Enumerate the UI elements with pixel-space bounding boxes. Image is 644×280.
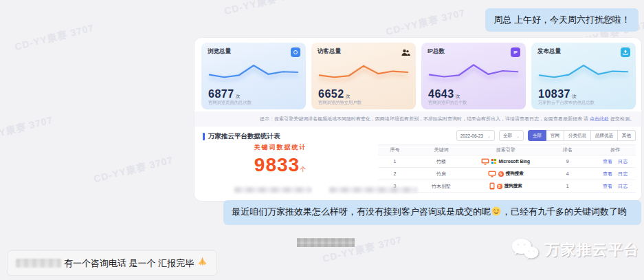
engine-name: 搜狗搜索: [506, 171, 524, 177]
log-link[interactable]: 日志: [618, 183, 628, 190]
chat-bubble-question: 最近咱们万家推效果怎么样呀，有没有接到客户咨询或是成交的呢，已经有九千多的关键词…: [223, 200, 641, 225]
col-header: 关键词: [412, 147, 471, 153]
reply-text: 有一个咨询电话 是一个 汇报完毕: [64, 257, 194, 270]
section-title: 万家推云平台数据统计表: [208, 132, 280, 141]
watermark: CD-YY康赛 3707: [93, 154, 175, 186]
sparkline-chart: [210, 57, 298, 86]
keyword-total-block: 关键词数据统计 9833个: [215, 143, 346, 176]
censored-text-box: [297, 238, 355, 247]
col-header: 搜索引擎: [471, 147, 540, 153]
section-accent-bar: [203, 133, 205, 140]
row-keyword: 竹房: [412, 171, 471, 177]
desktop-device-icon: [488, 171, 496, 177]
filter-button-group: 全部 官网 分类信息 品牌优选 其他: [528, 130, 636, 141]
log-link[interactable]: 日志: [618, 171, 628, 177]
smile-blush-emoji: [491, 206, 501, 219]
row-keyword: 竹楼: [412, 158, 471, 165]
row-rank: 1: [540, 184, 595, 189]
filter-button-brand[interactable]: 品牌优选: [591, 130, 618, 141]
view-link[interactable]: 查看: [603, 183, 612, 190]
keyword-total-unit: 个: [300, 166, 307, 173]
keyword-table: 序号 关键词 搜索引擎 排名 操作 1 竹楼 Microsoft Bing 9: [378, 144, 636, 193]
watermark: CD-YY康赛 3707: [14, 22, 96, 54]
publish-upload-icon: [621, 47, 630, 57]
card-value: 6652: [318, 88, 344, 100]
card-desc: 官网浏览页面的总次数: [208, 100, 252, 106]
filter-button-classified[interactable]: 分类信息: [564, 130, 591, 141]
row-index: 2: [378, 171, 412, 176]
card-value: 6877: [208, 88, 234, 100]
chat-screen: CD-YY康赛 3707 CD-YY康赛 3707 CD-YY康赛 3707 C…: [0, 0, 644, 280]
chat-bubble-greeting: 周总 上午好，今天周六打扰您啦！: [485, 8, 639, 32]
keyword-total-value: 9833: [254, 154, 300, 175]
watermark: CD-YY康赛 3707: [385, 7, 467, 39]
question-text-part1: 最近咱们万家推效果怎么样呀，有没有接到客户咨询或是成交的呢: [232, 206, 491, 217]
tip-text: 提示：搜索引擎关键词排名视频地域不同随时有变化，因网络环境也有差别，不排除实时查…: [260, 116, 588, 122]
table-row: 2 竹房 S 搜狗搜索 4 查看 日志: [378, 168, 636, 180]
filter-button-site[interactable]: 官网: [546, 130, 564, 141]
card-publish-total: 发布总量 10837次 万家推云平台发布的信息总数: [531, 43, 636, 109]
greeting-text: 周总 上午好，今天周六打扰您啦！: [493, 14, 630, 25]
card-title: 浏览总量: [208, 47, 300, 56]
brand-name-text: 万家推云平台: [545, 240, 640, 259]
engine-name: Microsoft Bing: [498, 159, 530, 164]
card-title: IP总数: [428, 47, 520, 56]
folded-hands-emoji: [197, 257, 208, 270]
filter-controls: 2022-06-23 ⌄ 全部 ⌄ 全部 官网 分类信息 品牌优选 其他: [456, 130, 636, 141]
scope-select-value: 全部: [503, 133, 512, 139]
row-rank: 9: [540, 159, 595, 164]
col-header: 序号: [378, 147, 412, 153]
card-desc: 官网浏览IP的总个数: [428, 100, 467, 106]
date-select-value: 2022-06-23: [460, 133, 483, 138]
filter-button-all[interactable]: 全部: [528, 130, 546, 141]
table-header-row: 序号 关键词 搜索引擎 排名 操作: [378, 144, 636, 155]
sparkline-chart: [430, 57, 518, 86]
card-ip-count: IP总数 IP 4643次 官网浏览IP的总个数: [421, 43, 526, 109]
card-value: 4643: [428, 88, 454, 100]
eye-icon: [291, 47, 300, 57]
card-desc: 官网浏览的独立用户数: [318, 100, 362, 106]
card-value: 10837: [538, 88, 570, 100]
chevron-down-icon: ⌄: [487, 133, 491, 138]
stat-cards-row: 浏览总量 6877次 官网浏览页面的总次数 访客总量 6652次 官网浏览的独立…: [201, 43, 636, 109]
watermark: CD-YY康赛 3707: [0, 114, 54, 146]
card-unit: 次: [236, 94, 241, 98]
card-unit: 次: [346, 94, 351, 98]
date-select[interactable]: 2022-06-23 ⌄: [456, 130, 495, 141]
stats-section: 万家推云平台数据统计表 关键词数据统计 9833个 2022-06-23 ⌄ 全…: [195, 127, 641, 201]
question-text-part2: ，已经有九千多的关键词数了哟: [502, 206, 627, 217]
card-unit: 次: [456, 94, 461, 98]
tip-link[interactable]: 点击此处: [590, 116, 609, 122]
sogou-logo: S: [498, 171, 504, 177]
watermark: CD-YY康赛 3707: [223, 0, 305, 18]
col-header: 排名: [540, 147, 595, 153]
tip-strip: 提示：搜索引擎关键词排名视频地域不同随时有变化，因网络环境也有差别，不排除实时查…: [195, 111, 641, 127]
row-index: 1: [378, 159, 412, 164]
chevron-down-icon: ⌄: [516, 133, 520, 138]
tip-suffix: 提交检测。: [610, 116, 634, 122]
scope-select[interactable]: 全部 ⌄: [499, 130, 524, 141]
sparkline-chart: [320, 57, 408, 86]
card-page-views: 浏览总量 6877次 官网浏览页面的总次数: [201, 43, 306, 109]
row-rank: 4: [540, 171, 595, 176]
mobile-device-icon: [489, 182, 495, 190]
blurred-footer-text: [234, 187, 311, 193]
card-desc: 万家推云平台发布的信息总数: [538, 100, 595, 106]
ip-icon: IP: [511, 47, 520, 57]
brand-logo: 万家推云平台: [511, 238, 640, 261]
view-link[interactable]: 查看: [603, 171, 612, 177]
card-visitors: 访客总量 6652次 官网浏览的独立用户数: [311, 43, 416, 109]
wechat-logo-icon: [511, 238, 539, 261]
dashboard-panel: 浏览总量 6877次 官网浏览页面的总次数 访客总量 6652次 官网浏览的独立…: [195, 38, 641, 201]
blurred-footer-text: [329, 187, 417, 193]
chat-bubble-reply: 有一个咨询电话 是一个 汇报完毕: [7, 250, 217, 276]
keyword-total-label: 关键词数据统计: [215, 143, 346, 152]
log-link[interactable]: 日志: [618, 158, 628, 165]
filter-button-other[interactable]: 其他: [618, 130, 636, 141]
desktop-device-icon: [481, 158, 489, 165]
view-link[interactable]: 查看: [603, 158, 612, 165]
card-title: 发布总量: [537, 47, 630, 56]
sparkline-chart: [540, 57, 628, 86]
card-title: 访客总量: [318, 47, 410, 56]
row-keyword: 竹木别墅: [412, 183, 471, 190]
